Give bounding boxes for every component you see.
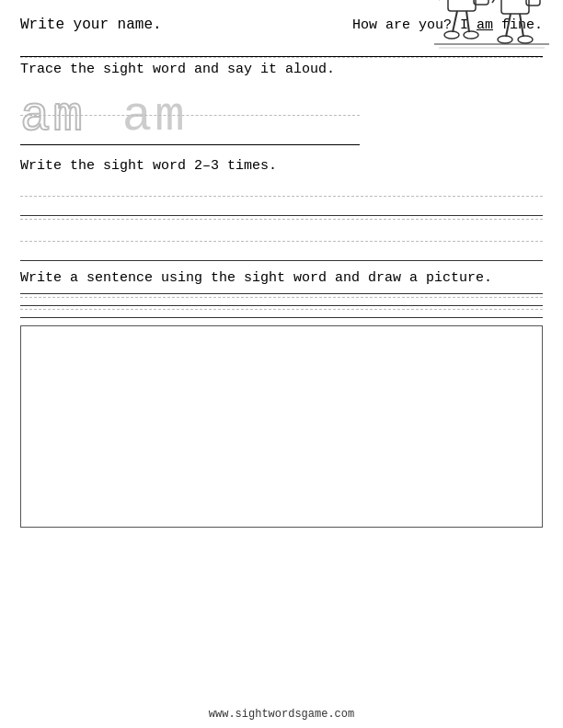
write-name-label: Write your name.	[20, 17, 162, 33]
svg-point-26	[518, 36, 533, 43]
sentence-dashed-2	[20, 309, 543, 310]
sentence-dashed-1	[20, 297, 543, 298]
svg-point-25	[498, 36, 512, 43]
write-line-2	[20, 222, 543, 261]
write-section: Write the sight word 2–3 times.	[20, 158, 543, 261]
trace-word-1: am	[20, 92, 86, 142]
trace-word-area: am am	[20, 83, 360, 145]
svg-rect-18	[501, 0, 529, 14]
svg-rect-5	[448, 0, 476, 11]
trace-section: Trace the sight word and say it aloud. a…	[20, 62, 543, 151]
sentence-line-3	[20, 317, 543, 318]
footer-url: www.sightwordsgame.com	[209, 708, 354, 721]
svg-line-24	[520, 14, 523, 37]
svg-line-10	[453, 11, 457, 32]
sentence-line-2	[20, 305, 543, 306]
picture-box	[20, 325, 543, 528]
trace-word-2: am	[122, 92, 188, 142]
trace-label: Trace the sight word and say it aloud.	[20, 62, 543, 77]
sentence-line-1	[20, 293, 543, 294]
write-line-1	[20, 177, 543, 216]
sentence-section: Write a sentence using the sight word an…	[20, 270, 543, 528]
sentence-label: Write a sentence using the sight word an…	[20, 270, 543, 286]
write-section-label: Write the sight word 2–3 times.	[20, 158, 543, 174]
svg-line-21	[492, 0, 501, 3]
svg-line-23	[506, 14, 511, 37]
svg-point-12	[444, 31, 459, 39]
svg-line-11	[466, 11, 469, 32]
write-dashed-1	[20, 219, 543, 220]
svg-point-13	[464, 31, 478, 39]
footer: www.sightwordsgame.com	[0, 708, 563, 721]
